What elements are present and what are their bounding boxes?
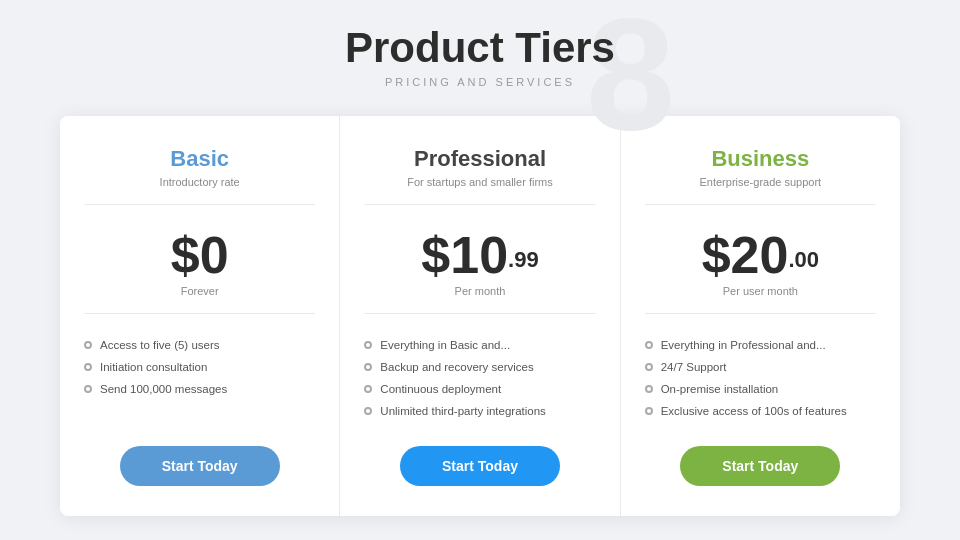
features-list-basic: Access to five (5) users Initiation cons…: [84, 334, 315, 400]
feature-item: 24/7 Support: [645, 356, 876, 378]
feature-text: Everything in Basic and...: [380, 339, 510, 351]
feature-dot-icon: [84, 385, 92, 393]
feature-text: 24/7 Support: [661, 361, 727, 373]
feature-dot-icon: [645, 385, 653, 393]
price-amount-basic: $0: [171, 226, 229, 284]
feature-dot-icon: [84, 341, 92, 349]
feature-item: Exclusive access of 100s of features: [645, 400, 876, 422]
price-cents-professional: .99: [508, 247, 539, 272]
feature-text: Unlimited third-party integrations: [380, 405, 546, 417]
price-block-professional: $10.99 Per month: [364, 229, 595, 314]
feature-dot-icon: [364, 407, 372, 415]
feature-text: Continuous deployment: [380, 383, 501, 395]
tier-desc-basic: Introductory rate: [84, 176, 315, 188]
features-list-business: Everything in Professional and... 24/7 S…: [645, 334, 876, 422]
price-display-business: $20.00: [645, 229, 876, 281]
feature-item: Backup and recovery services: [364, 356, 595, 378]
price-period-business: Per user month: [645, 285, 876, 297]
tier-desc-business: Enterprise-grade support: [645, 176, 876, 188]
pricing-table: Basic Introductory rate $0 Forever Acces…: [60, 116, 900, 516]
price-display-professional: $10.99: [364, 229, 595, 281]
feature-dot-icon: [645, 363, 653, 371]
feature-text: Exclusive access of 100s of features: [661, 405, 847, 417]
feature-text: Backup and recovery services: [380, 361, 533, 373]
tier-header-business: Business Enterprise-grade support: [645, 146, 876, 205]
feature-item: Access to five (5) users: [84, 334, 315, 356]
feature-text: Everything in Professional and...: [661, 339, 826, 351]
tier-header-basic: Basic Introductory rate: [84, 146, 315, 205]
tier-name-professional: Professional: [364, 146, 595, 172]
price-block-basic: $0 Forever: [84, 229, 315, 314]
feature-item: Everything in Professional and...: [645, 334, 876, 356]
start-button-professional[interactable]: Start Today: [400, 446, 560, 486]
feature-dot-icon: [84, 363, 92, 371]
tier-name-basic: Basic: [84, 146, 315, 172]
price-amount-business: $20: [702, 226, 789, 284]
feature-item: On-premise installation: [645, 378, 876, 400]
price-display-basic: $0: [84, 229, 315, 281]
feature-dot-icon: [364, 385, 372, 393]
feature-dot-icon: [645, 407, 653, 415]
page-title: Product Tiers: [345, 24, 615, 72]
price-period-basic: Forever: [84, 285, 315, 297]
feature-text: On-premise installation: [661, 383, 779, 395]
feature-item: Initiation consultation: [84, 356, 315, 378]
price-period-professional: Per month: [364, 285, 595, 297]
feature-dot-icon: [645, 341, 653, 349]
page-header: 8 Product Tiers PRICING AND SERVICES: [345, 24, 615, 88]
feature-dot-icon: [364, 341, 372, 349]
features-list-professional: Everything in Basic and... Backup and re…: [364, 334, 595, 422]
feature-text: Access to five (5) users: [100, 339, 220, 351]
start-button-basic[interactable]: Start Today: [120, 446, 280, 486]
feature-text: Send 100,000 messages: [100, 383, 227, 395]
tier-name-business: Business: [645, 146, 876, 172]
feature-dot-icon: [364, 363, 372, 371]
feature-item: Unlimited third-party integrations: [364, 400, 595, 422]
tier-header-professional: Professional For startups and smaller fi…: [364, 146, 595, 205]
price-amount-professional: $10: [421, 226, 508, 284]
tier-basic: Basic Introductory rate $0 Forever Acces…: [60, 116, 340, 516]
feature-text: Initiation consultation: [100, 361, 207, 373]
feature-item: Continuous deployment: [364, 378, 595, 400]
start-button-business[interactable]: Start Today: [680, 446, 840, 486]
price-block-business: $20.00 Per user month: [645, 229, 876, 314]
feature-item: Everything in Basic and...: [364, 334, 595, 356]
feature-item: Send 100,000 messages: [84, 378, 315, 400]
tier-professional: Professional For startups and smaller fi…: [340, 116, 620, 516]
page-subtitle: PRICING AND SERVICES: [345, 76, 615, 88]
tier-desc-professional: For startups and smaller firms: [364, 176, 595, 188]
price-cents-business: .00: [788, 247, 819, 272]
tier-business: Business Enterprise-grade support $20.00…: [621, 116, 900, 516]
